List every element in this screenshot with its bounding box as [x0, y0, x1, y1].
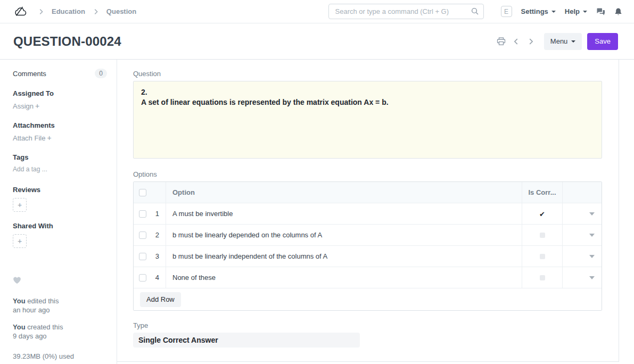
row-index[interactable]: 2: [155, 231, 166, 239]
row-index[interactable]: 1: [155, 210, 166, 218]
form-main-section: Question 2. A set of linear equations is…: [117, 60, 619, 362]
sidebar-item-comments[interactable]: Comments 0: [13, 69, 107, 78]
row-dropdown-icon: [589, 234, 595, 237]
row-checkbox[interactable]: [139, 253, 146, 260]
option-cell[interactable]: A must be invertible: [166, 203, 522, 224]
settings-label: Settings: [521, 7, 548, 15]
option-text: b must be linearly depended on the colum…: [172, 231, 322, 239]
question-line: A set of linear equations is represented…: [141, 97, 594, 107]
add-review-button[interactable]: +: [13, 198, 27, 212]
menu-button[interactable]: Menu: [544, 33, 582, 50]
option-text: b must be linearly independent of the co…: [172, 252, 327, 260]
chevron-down-icon: [551, 11, 556, 13]
is-correct-cell[interactable]: [522, 246, 563, 267]
action: edited this: [27, 297, 59, 305]
tags-heading: Tags: [13, 153, 107, 161]
type-field-value: Single Correct Answer: [133, 333, 360, 348]
help-menu[interactable]: Help: [565, 7, 587, 15]
attachments-heading: Attachments: [13, 121, 107, 129]
option-cell[interactable]: b must be linearly independent of the co…: [166, 246, 522, 267]
search-icon[interactable]: [471, 7, 479, 15]
add-tag-input[interactable]: Add a tag ...: [13, 166, 107, 173]
row-dropdown-icon: [589, 276, 595, 279]
global-search: [328, 4, 484, 19]
breadcrumb-chevron-icon: [92, 8, 100, 15]
add-share-button[interactable]: +: [13, 234, 27, 248]
is-correct-check-icon: [539, 209, 545, 219]
table-row: 2 b must be linearly depended on the col…: [134, 225, 602, 246]
table-row: 4 None of these: [134, 267, 602, 288]
notifications-bell-icon[interactable]: [614, 7, 622, 16]
row-checkbox[interactable]: [139, 231, 146, 239]
breadcrumb-education[interactable]: Education: [52, 7, 85, 15]
row-actions-cell[interactable]: [563, 246, 602, 267]
option-text: A must be invertible: [172, 210, 233, 218]
row-index[interactable]: 3: [155, 252, 166, 260]
row-dropdown-icon: [589, 212, 595, 216]
row-checkbox[interactable]: [139, 274, 146, 282]
is-correct-check-icon: [540, 275, 545, 280]
question-line: 2.: [141, 87, 594, 97]
row-actions-cell[interactable]: [563, 203, 602, 224]
attach-file-label: Attach File: [13, 134, 45, 142]
user-avatar[interactable]: E: [501, 6, 512, 17]
print-icon[interactable]: [497, 37, 506, 46]
storage-usage: 39.23MB (0%) used: [13, 352, 107, 360]
page-body: Comments 0 Assigned To Assign+ Attachmen…: [0, 60, 634, 364]
row-index[interactable]: 4: [155, 274, 166, 282]
shared-with-heading: Shared With: [13, 222, 107, 230]
assigned-to-heading: Assigned To: [13, 89, 107, 97]
is-correct-cell[interactable]: [522, 203, 563, 224]
row-actions-cell[interactable]: [563, 267, 602, 288]
select-all-checkbox[interactable]: [139, 189, 146, 196]
chevron-down-icon: [583, 11, 587, 13]
table-footer: Add Row: [134, 288, 602, 310]
option-cell[interactable]: b must be linearly depended on the colum…: [166, 225, 522, 245]
table-row: 1 A must be invertible: [134, 203, 602, 225]
action: created this: [27, 323, 63, 331]
timestamp: an hour ago: [13, 305, 107, 315]
breadcrumb-question[interactable]: Question: [106, 7, 136, 15]
plus-icon: +: [47, 134, 51, 142]
next-record-icon[interactable]: [527, 38, 534, 45]
table-header-row: Option Is Corr...: [134, 182, 602, 203]
is-correct-cell[interactable]: [522, 267, 563, 288]
table-row: 3 b must be linearly independent of the …: [134, 246, 602, 267]
option-cell[interactable]: None of these: [166, 267, 522, 288]
assign-label: Assign: [13, 102, 34, 110]
option-text: None of these: [172, 274, 216, 282]
is-correct-check-icon: [540, 233, 545, 238]
add-row-button[interactable]: Add Row: [140, 292, 181, 307]
plus-icon: +: [35, 102, 39, 110]
comments-label: Comments: [13, 70, 46, 78]
app-logo-icon[interactable]: [14, 6, 28, 16]
column-header-option: Option: [166, 182, 522, 203]
comments-count-badge: 0: [95, 69, 107, 78]
prev-record-icon[interactable]: [513, 38, 520, 45]
options-table: Option Is Corr... 1 A must be invertible…: [133, 181, 602, 311]
page-title: QUESTION-00024: [13, 34, 121, 49]
row-actions-cell[interactable]: [563, 225, 602, 245]
activity-created: You created this 9 days ago: [13, 322, 107, 341]
actor: You: [13, 323, 26, 331]
attach-file-button[interactable]: Attach File+: [13, 134, 107, 142]
is-correct-cell[interactable]: [522, 225, 563, 245]
like-heart-icon[interactable]: [13, 276, 107, 284]
page-actions: Menu Save: [497, 33, 618, 50]
navbar-right: E Settings Help: [501, 6, 622, 17]
form-sidebar: Comments 0 Assigned To Assign+ Attachmen…: [0, 60, 117, 364]
actor: You: [13, 297, 26, 305]
is-correct-check-icon: [540, 254, 545, 259]
save-button[interactable]: Save: [587, 33, 618, 50]
settings-menu[interactable]: Settings: [521, 7, 556, 15]
row-checkbox[interactable]: [139, 210, 146, 218]
chat-icon[interactable]: [596, 7, 605, 16]
page-header: QUESTION-00024 Menu Save: [0, 23, 634, 60]
breadcrumb-chevron-icon: [37, 8, 45, 15]
question-field-label: Question: [133, 70, 602, 78]
column-header-is-correct: Is Corr...: [522, 182, 563, 203]
assign-button[interactable]: Assign+: [13, 102, 107, 110]
search-input[interactable]: [328, 4, 484, 19]
question-editor[interactable]: 2. A set of linear equations is represen…: [133, 81, 602, 159]
reviews-heading: Reviews: [13, 186, 107, 194]
